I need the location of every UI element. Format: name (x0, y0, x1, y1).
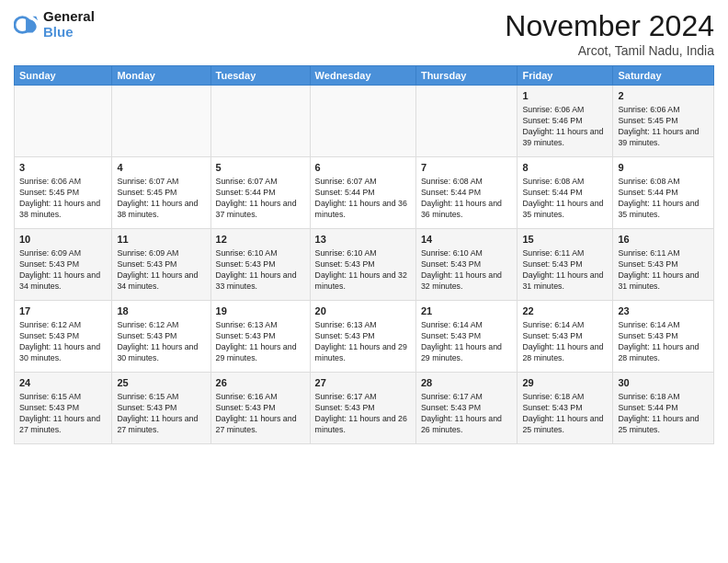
calendar-cell: 18Sunrise: 6:12 AMSunset: 5:43 PMDayligh… (112, 301, 210, 373)
calendar-week-row: 10Sunrise: 6:09 AMSunset: 5:43 PMDayligh… (15, 229, 714, 301)
day-number: 13 (315, 233, 411, 247)
cell-info: Sunrise: 6:17 AM (421, 392, 513, 403)
cell-info: Daylight: 11 hours and 34 minutes. (19, 270, 107, 293)
cell-info: Daylight: 11 hours and 27 minutes. (117, 414, 205, 436)
calendar-cell: 1Sunrise: 6:06 AMSunset: 5:46 PMDaylight… (518, 86, 613, 157)
calendar-cell: 24Sunrise: 6:15 AMSunset: 5:43 PMDayligh… (15, 373, 112, 444)
calendar-cell: 8Sunrise: 6:08 AMSunset: 5:44 PMDaylight… (518, 157, 613, 229)
cell-info: Sunset: 5:43 PM (117, 331, 205, 342)
cell-info: Daylight: 11 hours and 31 minutes. (522, 270, 608, 293)
day-number: 10 (19, 233, 107, 247)
cell-info: Sunset: 5:43 PM (19, 331, 107, 342)
cell-info: Daylight: 11 hours and 39 minutes. (618, 127, 709, 149)
calendar-cell: 9Sunrise: 6:08 AMSunset: 5:44 PMDaylight… (613, 157, 714, 229)
cell-info: Sunset: 5:44 PM (522, 188, 608, 199)
day-number: 27 (315, 376, 411, 390)
cell-info: Daylight: 11 hours and 29 minutes. (315, 342, 411, 364)
cell-info: Sunset: 5:43 PM (216, 403, 305, 414)
calendar-cell (415, 86, 518, 157)
cell-info: Daylight: 11 hours and 30 minutes. (19, 342, 107, 364)
day-number: 18 (117, 304, 205, 318)
cell-info: Sunset: 5:43 PM (421, 403, 513, 414)
day-number: 7 (421, 161, 513, 175)
cell-info: Sunset: 5:43 PM (315, 403, 411, 414)
page: General Blue November 2024 Arcot, Tamil … (0, 0, 728, 563)
calendar-cell: 7Sunrise: 6:08 AMSunset: 5:44 PMDaylight… (415, 157, 518, 229)
cell-info: Sunset: 5:44 PM (216, 188, 305, 199)
day-number: 14 (421, 233, 513, 247)
cell-info: Sunset: 5:43 PM (216, 331, 305, 342)
cell-info: Sunrise: 6:11 AM (522, 248, 608, 259)
weekday-header: Sunday (15, 66, 112, 86)
calendar-cell: 16Sunrise: 6:11 AMSunset: 5:43 PMDayligh… (613, 229, 714, 301)
day-number: 19 (216, 304, 305, 318)
cell-info: Sunset: 5:44 PM (421, 188, 513, 199)
day-number: 28 (421, 376, 513, 390)
cell-info: Sunset: 5:43 PM (19, 403, 107, 414)
cell-info: Sunrise: 6:13 AM (216, 320, 305, 331)
weekday-header: Wednesday (310, 66, 415, 86)
day-number: 2 (618, 89, 709, 103)
cell-info: Daylight: 11 hours and 26 minutes. (421, 414, 513, 436)
cell-info: Sunrise: 6:14 AM (618, 320, 709, 331)
cell-info: Sunset: 5:43 PM (315, 259, 411, 270)
cell-info: Sunset: 5:44 PM (315, 188, 411, 199)
month-title: November 2024 (505, 9, 714, 43)
cell-info: Sunset: 5:43 PM (421, 331, 513, 342)
calendar-cell: 20Sunrise: 6:13 AMSunset: 5:43 PMDayligh… (310, 301, 415, 373)
day-number: 6 (315, 161, 411, 175)
calendar-cell: 2Sunrise: 6:06 AMSunset: 5:45 PMDaylight… (613, 86, 714, 157)
location: Arcot, Tamil Nadu, India (505, 43, 714, 58)
calendar-table: SundayMondayTuesdayWednesdayThursdayFrid… (14, 65, 714, 444)
cell-info: Sunset: 5:45 PM (618, 116, 709, 127)
weekday-header-row: SundayMondayTuesdayWednesdayThursdayFrid… (15, 66, 714, 86)
cell-info: Sunrise: 6:13 AM (315, 320, 411, 331)
cell-info: Sunrise: 6:06 AM (522, 105, 608, 116)
cell-info: Sunset: 5:44 PM (618, 188, 709, 199)
cell-info: Daylight: 11 hours and 25 minutes. (522, 414, 608, 436)
cell-info: Sunset: 5:43 PM (421, 259, 513, 270)
cell-info: Sunset: 5:43 PM (522, 331, 608, 342)
cell-info: Sunrise: 6:14 AM (421, 320, 513, 331)
cell-info: Sunrise: 6:11 AM (618, 248, 709, 259)
day-number: 25 (117, 376, 205, 390)
calendar-cell: 12Sunrise: 6:10 AMSunset: 5:43 PMDayligh… (210, 229, 310, 301)
calendar-cell: 25Sunrise: 6:15 AMSunset: 5:43 PMDayligh… (112, 373, 210, 444)
cell-info: Daylight: 11 hours and 30 minutes. (117, 342, 205, 364)
calendar-cell (210, 86, 310, 157)
cell-info: Sunset: 5:43 PM (618, 331, 709, 342)
cell-info: Sunrise: 6:06 AM (618, 105, 709, 116)
cell-info: Sunset: 5:43 PM (522, 259, 608, 270)
cell-info: Sunset: 5:44 PM (618, 403, 709, 414)
cell-info: Sunrise: 6:15 AM (117, 392, 205, 403)
cell-info: Sunrise: 6:16 AM (216, 392, 305, 403)
cell-info: Sunrise: 6:08 AM (421, 177, 513, 188)
day-number: 24 (19, 376, 107, 390)
cell-info: Sunset: 5:45 PM (117, 188, 205, 199)
weekday-header: Saturday (613, 66, 714, 86)
calendar-cell: 14Sunrise: 6:10 AMSunset: 5:43 PMDayligh… (415, 229, 518, 301)
day-number: 11 (117, 233, 205, 247)
calendar-cell: 13Sunrise: 6:10 AMSunset: 5:43 PMDayligh… (310, 229, 415, 301)
calendar-cell: 22Sunrise: 6:14 AMSunset: 5:43 PMDayligh… (518, 301, 613, 373)
calendar-cell: 3Sunrise: 6:06 AMSunset: 5:45 PMDaylight… (15, 157, 112, 229)
cell-info: Daylight: 11 hours and 37 minutes. (216, 199, 305, 221)
weekday-header: Thursday (415, 66, 518, 86)
cell-info: Daylight: 11 hours and 35 minutes. (618, 199, 709, 221)
day-number: 1 (522, 89, 608, 103)
cell-info: Sunset: 5:43 PM (618, 259, 709, 270)
cell-info: Daylight: 11 hours and 28 minutes. (618, 342, 709, 364)
cell-info: Sunrise: 6:07 AM (315, 177, 411, 188)
cell-info: Daylight: 11 hours and 25 minutes. (618, 414, 709, 436)
cell-info: Sunrise: 6:10 AM (216, 248, 305, 259)
cell-info: Sunrise: 6:09 AM (117, 248, 205, 259)
cell-info: Daylight: 11 hours and 31 minutes. (618, 270, 709, 293)
calendar-cell: 10Sunrise: 6:09 AMSunset: 5:43 PMDayligh… (15, 229, 112, 301)
calendar-cell: 17Sunrise: 6:12 AMSunset: 5:43 PMDayligh… (15, 301, 112, 373)
cell-info: Sunset: 5:43 PM (117, 403, 205, 414)
calendar-cell: 23Sunrise: 6:14 AMSunset: 5:43 PMDayligh… (613, 301, 714, 373)
cell-info: Sunrise: 6:12 AM (19, 320, 107, 331)
logo: General Blue (14, 9, 95, 40)
calendar-cell: 29Sunrise: 6:18 AMSunset: 5:43 PMDayligh… (518, 373, 613, 444)
cell-info: Sunrise: 6:15 AM (19, 392, 107, 403)
